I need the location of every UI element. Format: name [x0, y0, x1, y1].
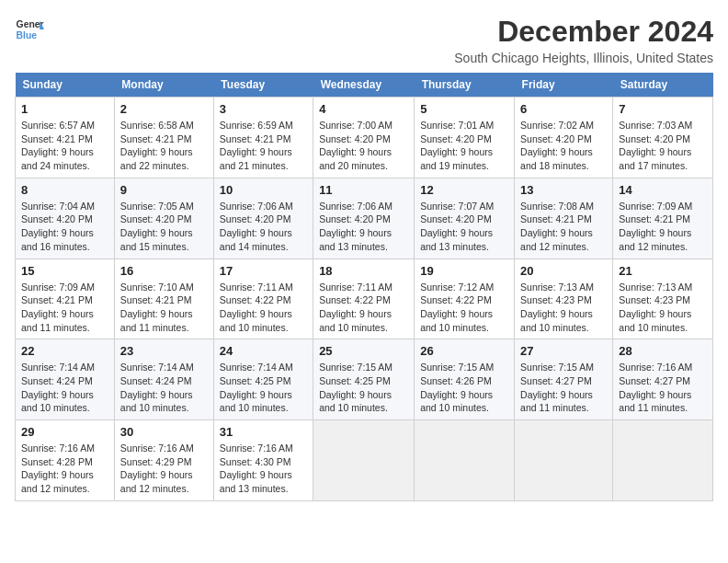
day-info: Sunrise: 7:15 AM Sunset: 4:26 PM Dayligh…	[420, 361, 508, 415]
day-number: 17	[220, 264, 307, 278]
day-info: Sunrise: 7:15 AM Sunset: 4:25 PM Dayligh…	[319, 361, 408, 415]
calendar-cell: 9Sunrise: 7:05 AM Sunset: 4:20 PM Daylig…	[114, 178, 213, 259]
day-number: 21	[619, 264, 707, 278]
day-info: Sunrise: 6:58 AM Sunset: 4:21 PM Dayligh…	[120, 119, 208, 173]
day-info: Sunrise: 7:07 AM Sunset: 4:20 PM Dayligh…	[420, 200, 508, 254]
calendar-cell: 26Sunrise: 7:15 AM Sunset: 4:26 PM Dayli…	[415, 339, 515, 420]
day-info: Sunrise: 7:15 AM Sunset: 4:27 PM Dayligh…	[520, 361, 607, 415]
calendar-cell	[415, 420, 515, 501]
header-row: SundayMondayTuesdayWednesdayThursdayFrid…	[16, 73, 713, 98]
day-info: Sunrise: 7:11 AM Sunset: 4:22 PM Dayligh…	[220, 281, 307, 335]
calendar-week-row: 29Sunrise: 7:16 AM Sunset: 4:28 PM Dayli…	[16, 420, 713, 501]
day-info: Sunrise: 7:12 AM Sunset: 4:22 PM Dayligh…	[420, 281, 508, 335]
calendar-cell: 12Sunrise: 7:07 AM Sunset: 4:20 PM Dayli…	[415, 178, 515, 259]
day-number: 20	[520, 264, 607, 278]
calendar-cell: 2Sunrise: 6:58 AM Sunset: 4:21 PM Daylig…	[114, 98, 213, 178]
calendar-cell: 7Sunrise: 7:03 AM Sunset: 4:20 PM Daylig…	[613, 98, 713, 178]
day-info: Sunrise: 7:09 AM Sunset: 4:21 PM Dayligh…	[619, 200, 707, 254]
day-number: 16	[120, 264, 208, 278]
day-number: 31	[220, 425, 307, 439]
logo-icon: General Blue	[15, 15, 44, 44]
day-info: Sunrise: 7:04 AM Sunset: 4:20 PM Dayligh…	[21, 200, 108, 254]
day-number: 12	[420, 183, 508, 197]
day-number: 22	[21, 344, 108, 358]
day-number: 7	[619, 102, 707, 116]
day-number: 10	[220, 183, 307, 197]
calendar-cell: 5Sunrise: 7:01 AM Sunset: 4:20 PM Daylig…	[415, 98, 515, 178]
day-info: Sunrise: 7:14 AM Sunset: 4:24 PM Dayligh…	[21, 361, 108, 415]
day-info: Sunrise: 7:02 AM Sunset: 4:20 PM Dayligh…	[520, 119, 607, 173]
day-number: 29	[21, 425, 108, 439]
calendar-cell: 21Sunrise: 7:13 AM Sunset: 4:23 PM Dayli…	[613, 259, 713, 339]
day-number: 23	[120, 344, 208, 358]
svg-text:Blue: Blue	[17, 30, 38, 40]
calendar-cell: 28Sunrise: 7:16 AM Sunset: 4:27 PM Dayli…	[613, 339, 713, 420]
header-day: Monday	[114, 73, 213, 98]
month-title: December 2024	[454, 15, 713, 49]
calendar-week-row: 8Sunrise: 7:04 AM Sunset: 4:20 PM Daylig…	[16, 178, 713, 259]
header: General Blue December 2024 South Chicago…	[15, 15, 713, 65]
day-number: 27	[520, 344, 607, 358]
day-info: Sunrise: 7:10 AM Sunset: 4:21 PM Dayligh…	[120, 281, 208, 335]
header-day: Thursday	[415, 73, 515, 98]
calendar-cell: 10Sunrise: 7:06 AM Sunset: 4:20 PM Dayli…	[213, 178, 313, 259]
day-info: Sunrise: 7:16 AM Sunset: 4:29 PM Dayligh…	[120, 442, 208, 496]
day-info: Sunrise: 7:16 AM Sunset: 4:28 PM Dayligh…	[21, 442, 108, 496]
day-number: 5	[420, 102, 508, 116]
day-number: 26	[420, 344, 508, 358]
calendar-cell: 13Sunrise: 7:08 AM Sunset: 4:21 PM Dayli…	[515, 178, 613, 259]
header-day: Wednesday	[313, 73, 415, 98]
calendar-cell: 8Sunrise: 7:04 AM Sunset: 4:20 PM Daylig…	[16, 178, 115, 259]
calendar-cell: 29Sunrise: 7:16 AM Sunset: 4:28 PM Dayli…	[16, 420, 115, 501]
calendar-cell: 14Sunrise: 7:09 AM Sunset: 4:21 PM Dayli…	[613, 178, 713, 259]
calendar-cell	[515, 420, 613, 501]
logo: General Blue	[15, 15, 44, 44]
calendar-cell: 27Sunrise: 7:15 AM Sunset: 4:27 PM Dayli…	[515, 339, 613, 420]
day-info: Sunrise: 7:00 AM Sunset: 4:20 PM Dayligh…	[319, 119, 408, 173]
day-number: 13	[520, 183, 607, 197]
day-info: Sunrise: 7:16 AM Sunset: 4:27 PM Dayligh…	[619, 361, 707, 415]
day-number: 15	[21, 264, 108, 278]
day-number: 6	[520, 102, 607, 116]
day-info: Sunrise: 7:05 AM Sunset: 4:20 PM Dayligh…	[120, 200, 208, 254]
calendar-cell: 24Sunrise: 7:14 AM Sunset: 4:25 PM Dayli…	[213, 339, 313, 420]
calendar-cell: 16Sunrise: 7:10 AM Sunset: 4:21 PM Dayli…	[114, 259, 213, 339]
day-info: Sunrise: 7:01 AM Sunset: 4:20 PM Dayligh…	[420, 119, 508, 173]
calendar-cell: 30Sunrise: 7:16 AM Sunset: 4:29 PM Dayli…	[114, 420, 213, 501]
day-info: Sunrise: 7:06 AM Sunset: 4:20 PM Dayligh…	[319, 200, 408, 254]
day-info: Sunrise: 7:11 AM Sunset: 4:22 PM Dayligh…	[319, 281, 408, 335]
header-day: Saturday	[613, 73, 713, 98]
day-info: Sunrise: 6:59 AM Sunset: 4:21 PM Dayligh…	[220, 119, 307, 173]
header-day: Tuesday	[213, 73, 313, 98]
calendar-cell: 20Sunrise: 7:13 AM Sunset: 4:23 PM Dayli…	[515, 259, 613, 339]
day-info: Sunrise: 7:06 AM Sunset: 4:20 PM Dayligh…	[220, 200, 307, 254]
calendar-cell: 25Sunrise: 7:15 AM Sunset: 4:25 PM Dayli…	[313, 339, 415, 420]
day-info: Sunrise: 7:09 AM Sunset: 4:21 PM Dayligh…	[21, 281, 108, 335]
title-area: December 2024 South Chicago Heights, Ill…	[454, 15, 713, 65]
day-number: 9	[120, 183, 208, 197]
day-number: 11	[319, 183, 408, 197]
calendar-cell: 3Sunrise: 6:59 AM Sunset: 4:21 PM Daylig…	[213, 98, 313, 178]
calendar-week-row: 22Sunrise: 7:14 AM Sunset: 4:24 PM Dayli…	[16, 339, 713, 420]
header-day: Sunday	[16, 73, 115, 98]
calendar-cell: 11Sunrise: 7:06 AM Sunset: 4:20 PM Dayli…	[313, 178, 415, 259]
calendar-cell: 23Sunrise: 7:14 AM Sunset: 4:24 PM Dayli…	[114, 339, 213, 420]
day-info: Sunrise: 7:16 AM Sunset: 4:30 PM Dayligh…	[220, 442, 307, 496]
day-info: Sunrise: 7:14 AM Sunset: 4:25 PM Dayligh…	[220, 361, 307, 415]
day-number: 28	[619, 344, 707, 358]
day-info: Sunrise: 7:13 AM Sunset: 4:23 PM Dayligh…	[520, 281, 607, 335]
calendar-week-row: 1Sunrise: 6:57 AM Sunset: 4:21 PM Daylig…	[16, 98, 713, 178]
location-title: South Chicago Heights, Illinois, United …	[454, 51, 713, 65]
day-number: 8	[21, 183, 108, 197]
calendar-cell: 17Sunrise: 7:11 AM Sunset: 4:22 PM Dayli…	[213, 259, 313, 339]
calendar-cell: 22Sunrise: 7:14 AM Sunset: 4:24 PM Dayli…	[16, 339, 115, 420]
calendar-cell	[613, 420, 713, 501]
calendar-cell: 18Sunrise: 7:11 AM Sunset: 4:22 PM Dayli…	[313, 259, 415, 339]
day-info: Sunrise: 6:57 AM Sunset: 4:21 PM Dayligh…	[21, 119, 108, 173]
day-info: Sunrise: 7:08 AM Sunset: 4:21 PM Dayligh…	[520, 200, 607, 254]
day-number: 19	[420, 264, 508, 278]
header-day: Friday	[515, 73, 613, 98]
day-number: 3	[220, 102, 307, 116]
calendar-cell: 15Sunrise: 7:09 AM Sunset: 4:21 PM Dayli…	[16, 259, 115, 339]
day-number: 24	[220, 344, 307, 358]
